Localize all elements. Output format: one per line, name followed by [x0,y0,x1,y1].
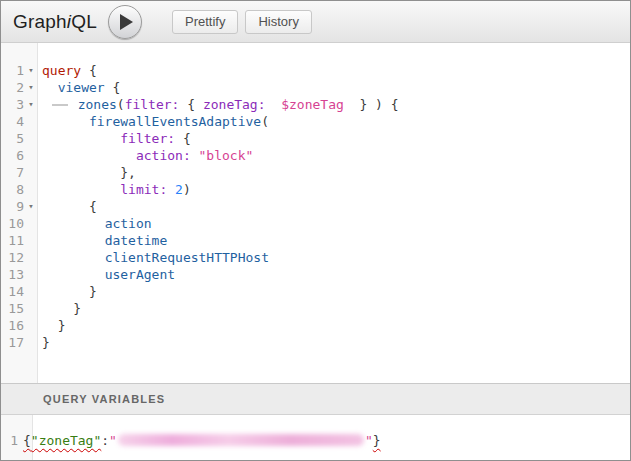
line-number: 8 [1,181,24,198]
line-number: 5 [1,130,24,147]
code-token: query [42,63,81,78]
code-token: ( [261,114,269,129]
prettify-button[interactable]: Prettify [172,10,238,34]
code-line-1[interactable]: 1{"zoneTag":""} [1,432,630,449]
code-line-17[interactable]: 17} [1,334,630,351]
code-line-2[interactable]: 2▾ viewer { [1,79,630,96]
code-line-11[interactable]: 11 datetime [1,232,630,249]
code-token: } [373,433,381,448]
code-token: limit: [120,182,167,197]
fold-gutter [24,300,38,317]
code-token [191,148,199,163]
line-number: 2 [1,79,24,96]
line-number: 17 [1,334,24,351]
code-text: viewer { [38,79,120,96]
history-button[interactable]: History [245,10,311,34]
query-editor[interactable]: 1▾query {2▾ viewer {3▾ zones(filter: { z… [1,43,630,383]
fold-arrow-icon[interactable]: ▾ [24,62,38,79]
code-token: { [42,199,97,214]
variables-editor[interactable]: 1{"zoneTag":""} [1,415,630,460]
code-token: " [365,433,373,448]
code-token: ( [117,97,125,112]
code-token: } [42,284,97,299]
code-line-15[interactable]: 15 } [1,300,630,317]
line-number: 16 [1,317,24,334]
code-text: } [38,317,65,334]
topbar: GraphiQL Prettify History [1,1,630,43]
code-line-4[interactable]: 4 firewallEventsAdaptive( [1,113,630,130]
logo-text: Graph [13,11,67,32]
fold-arrow-icon[interactable]: ▾ [24,198,38,215]
code-line-13[interactable]: 13 userAgent [1,266,630,283]
fold-gutter [24,317,38,334]
code-token: 2 [175,182,183,197]
fold-gutter [24,283,38,300]
code-token [42,80,58,95]
code-text: { [38,198,97,215]
code-token [42,250,105,265]
redline-dash [52,104,68,106]
line-number: 9 [1,198,24,215]
code-line-12[interactable]: 12 clientRequestHTTPHost [1,249,630,266]
code-line-8[interactable]: 8 limit: 2) [1,181,630,198]
fold-gutter [24,164,38,181]
code-line-5[interactable]: 5 filter: { [1,130,630,147]
variables-code: 1{"zoneTag":""} [1,432,630,449]
execute-query-button[interactable] [108,5,142,39]
fold-gutter [24,147,38,164]
code-token: } [42,335,50,350]
code-token [70,97,78,112]
code-token [42,97,50,112]
code-token: ) [183,182,191,197]
fold-gutter [24,181,38,198]
code-text: limit: 2) [38,181,191,198]
code-line-14[interactable]: 14 } [1,283,630,300]
code-token: filter: [125,97,180,112]
code-text: action [38,215,152,232]
fold-gutter [24,232,38,249]
code-text: } [38,334,50,351]
code-token: } [42,318,65,333]
fold-arrow-icon[interactable]: ▾ [24,79,38,96]
code-text: }, [38,164,136,181]
code-line-1[interactable]: 1▾query { [1,62,630,79]
code-token [42,131,120,146]
line-number: 13 [1,266,24,283]
code-token: clientRequestHTTPHost [105,250,269,265]
fold-gutter [24,249,38,266]
code-token [42,114,89,129]
code-token [266,97,282,112]
code-line-7[interactable]: 7 }, [1,164,630,181]
code-line-9[interactable]: 9▾ { [1,198,630,215]
code-line-6[interactable]: 6 action: "block" [1,147,630,164]
query-code: 1▾query {2▾ viewer {3▾ zones(filter: { z… [1,62,630,351]
code-token: }, [42,165,136,180]
code-token: : [101,433,109,448]
code-token [42,148,136,163]
code-token: } [42,301,81,316]
code-token: zoneTag: [203,97,266,112]
line-number: 15 [1,300,24,317]
code-token: filter: [120,131,175,146]
code-text: datetime [38,232,167,249]
fold-gutter [24,334,38,351]
code-text: } [38,283,97,300]
fold-arrow-icon[interactable]: ▾ [24,96,38,113]
code-token: action [105,216,152,231]
code-token: " [109,433,117,448]
redacted-value [118,434,364,446]
code-text: clientRequestHTTPHost [38,249,269,266]
logo-text-suffix: QL [71,11,97,32]
query-variables-header[interactable]: QUERY VARIABLES [1,383,630,415]
line-number: 4 [1,113,24,130]
code-token [167,182,175,197]
code-line-10[interactable]: 10 action [1,215,630,232]
code-line-3[interactable]: 3▾ zones(filter: { zoneTag: $zoneTag } )… [1,96,630,113]
fold-gutter [24,113,38,130]
code-token: { [81,63,97,78]
code-line-16[interactable]: 16 } [1,317,630,334]
code-token: zones [78,97,117,112]
code-token: userAgent [105,267,175,282]
code-token: action: [136,148,191,163]
line-number: 6 [1,147,24,164]
